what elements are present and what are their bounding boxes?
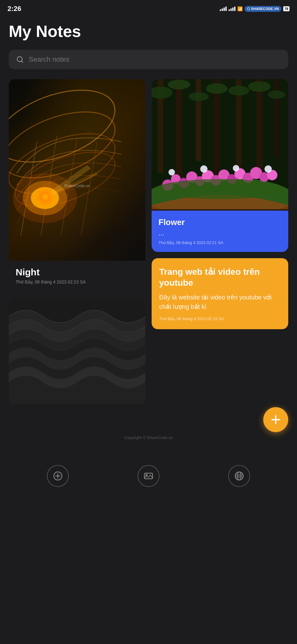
svg-line-1 [22,61,23,62]
note-card-night[interactable]: ShareCode.vn Night Thứ Bảy, 08 tháng 4 2… [9,79,145,291]
night-image: ShareCode.vn [9,79,145,261]
battery-icon: 78 [283,6,289,11]
svg-rect-19 [256,79,263,177]
search-input[interactable] [29,55,281,64]
svg-point-25 [228,86,249,95]
watermark: ShareCode.vn [64,183,90,188]
night-card-footer: Night Thứ Bảy, 08 tháng 4 2023 02:23 SA [9,261,145,291]
flower-card-footer: Flower ... Thứ Bảy, 08 tháng 4 2023 02:2… [152,211,288,252]
trang-web-note-date: Thứ Bảy, 08 tháng 4 2023 02:19 SA [159,316,281,321]
nav-add-button[interactable] [47,465,69,487]
search-icon [16,56,24,63]
flower-note-preview: ... [159,229,281,237]
svg-point-46 [264,166,272,173]
wave-image [9,298,145,404]
trang-web-note-preview: Đây là website tải video trên youtube vớ… [159,293,281,311]
status-icons: 📶 ⬡ SHARECODE.VN 78 [220,6,289,12]
nav-globe-button[interactable] [228,465,250,487]
signal-icon-2 [229,7,235,11]
add-icon [53,471,63,481]
search-bar[interactable] [9,50,288,69]
svg-point-22 [168,80,190,89]
svg-point-23 [189,92,209,101]
svg-point-55 [146,474,148,476]
fab-wrapper [9,404,288,435]
svg-rect-16 [196,79,201,161]
status-time: 2:26 [8,5,21,13]
page-title: My Notes [9,23,288,40]
svg-point-24 [206,84,228,94]
copyright-text: Copyright © ShareCode.vn [9,435,288,443]
svg-point-27 [268,91,285,99]
nav-gallery-button[interactable] [138,465,159,487]
left-column: ShareCode.vn Night Thứ Bảy, 08 tháng 4 2… [9,79,145,404]
wave-svg [9,298,145,404]
svg-point-43 [169,169,175,176]
flower-svg [152,79,288,211]
fab-add-button[interactable] [263,407,288,432]
gallery-icon [143,471,154,481]
night-note-date: Thứ Bảy, 08 tháng 4 2023 02:23 SA [16,279,138,284]
svg-rect-48 [152,209,288,211]
svg-point-44 [200,166,208,173]
sharecode-logo-text: ⬡ SHARECODE.VN [247,7,279,11]
svg-rect-15 [176,79,182,181]
flower-note-title: Flower [159,217,281,227]
svg-point-47 [156,179,284,199]
sharecode-badge: ⬡ SHARECODE.VN [244,6,281,12]
trang-web-note-title: Trang web tải video trên youtube [159,266,281,288]
notes-grid: ShareCode.vn Night Thứ Bảy, 08 tháng 4 2… [9,79,288,404]
night-note-title: Night [16,267,138,278]
note-card-flower[interactable]: Flower ... Thứ Bảy, 08 tháng 4 2023 02:2… [152,79,288,252]
note-card-trang-web[interactable]: Trang web tải video trên youtube Đây là … [152,258,288,329]
svg-rect-17 [214,79,220,185]
svg-line-5 [81,142,97,236]
flower-note-date: Thứ Bảy, 08 tháng 4 2023 02:21 SA [159,240,281,245]
building-svg [9,79,145,261]
right-column: Flower ... Thứ Bảy, 08 tháng 4 2023 02:2… [152,79,288,404]
flower-image [152,79,288,211]
svg-point-26 [248,81,270,92]
globe-icon [234,471,244,481]
wifi-icon: 📶 [237,6,243,11]
building-visual: ShareCode.vn [9,79,145,261]
svg-point-45 [233,165,239,171]
plus-icon [270,414,281,425]
bottom-nav [0,459,297,496]
main-content: My Notes [0,16,297,449]
signal-icon-1 [220,7,227,11]
status-bar: 2:26 📶 ⬡ SHARECODE.VN 78 [0,0,297,16]
note-card-wave[interactable] [9,298,145,404]
